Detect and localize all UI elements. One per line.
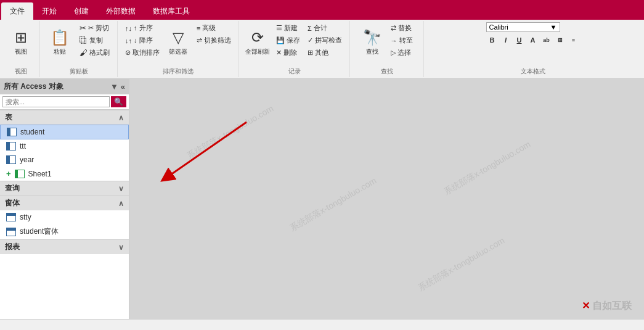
item-label: student窗体 (20, 226, 59, 237)
list-item[interactable]: ttt (0, 139, 129, 153)
item-label: ttt (20, 142, 26, 151)
list-item[interactable]: + Sheet1 (0, 167, 129, 181)
filter-button[interactable]: ▽ 筛选器 (165, 22, 192, 63)
view-group-label: 视图 (2, 67, 39, 76)
ribbon: ⊞ 视图 视图 📋 粘贴 ✂ ✂ 剪切 ⿻ 复制 🖌 (0, 20, 644, 79)
arrow-annotation (148, 104, 271, 202)
tab-home[interactable]: 开始 (33, 2, 65, 20)
remove-sort-icon: ⊘ (125, 49, 131, 57)
content-area: 系统部落x-tongbuluo.com 系统部落x-tongbuluo.com … (129, 79, 644, 319)
table-icon (6, 155, 16, 164)
item-label: Sheet1 (28, 170, 52, 178)
table-icon (6, 142, 16, 151)
ascending-icon: ↑↓ (125, 25, 132, 32)
tab-file[interactable]: 文件 (1, 2, 33, 20)
grid-color-button[interactable]: ⊞ (554, 35, 566, 46)
goto-button[interactable]: → 转至 (388, 35, 415, 46)
tab-dbtools[interactable]: 数据库工具 (144, 2, 198, 20)
replace-button[interactable]: ⇄ 替换 (388, 22, 415, 34)
spell-button[interactable]: ✓ 拼写检查 (305, 35, 344, 46)
watermark: 系统部落x-tongbuluo.com (416, 235, 507, 294)
new-record-button[interactable]: ☰ 新建 (274, 22, 303, 34)
format-painter-button[interactable]: 🖌 格式刷 (77, 47, 112, 59)
queries-section-header[interactable]: 查询 ∨ (0, 181, 129, 196)
new-icon: ☰ (276, 24, 282, 32)
tables-section-header[interactable]: 表 ∧ (0, 110, 129, 125)
list-item[interactable]: year (0, 153, 129, 167)
reports-section-label: 报表 (5, 242, 20, 252)
align-button[interactable]: ≡ (568, 35, 580, 46)
cut-icon: ✂ (79, 23, 86, 33)
list-item[interactable]: stty (0, 210, 129, 224)
textformat-group-label: 文本格式 (424, 67, 642, 76)
find-button[interactable]: 🔭 查找 (359, 22, 386, 63)
select-icon: ▷ (391, 49, 396, 57)
list-item[interactable]: student窗体 (0, 224, 129, 239)
ribbon-group-textformat: Calibri ▼ B I U A ab ⊞ ≡ 文本格式 (424, 21, 642, 77)
toggle-filter-button[interactable]: ⇌ 切换筛选 (194, 35, 234, 46)
more-icon: ⊞ (308, 49, 313, 57)
forms-section-label: 窗体 (5, 198, 20, 208)
queries-section-label: 查询 (5, 183, 20, 194)
reports-section-header[interactable]: 报表 ∨ (0, 239, 129, 254)
save-record-button[interactable]: 💾 保存 (274, 35, 303, 46)
sidebar-title: 所有 Access 对象 (4, 81, 63, 92)
view-button[interactable]: ⊞ 视图 (7, 22, 35, 63)
reports-chevron-icon: ∨ (118, 243, 124, 252)
toggle-filter-icon: ⇌ (197, 36, 202, 44)
advanced-button[interactable]: ≡ 高级 (194, 22, 234, 34)
sidebar-header-icons: ▼ « (110, 82, 125, 91)
sum-icon: Σ (308, 25, 312, 32)
font-color-button[interactable]: A (527, 35, 539, 46)
binoculars-icon: 🔭 (363, 29, 381, 46)
descending-icon: ↓↑ (125, 37, 132, 44)
descending-button[interactable]: ↓↑ ↓ 降序 (123, 35, 162, 46)
linked-table-icon: + (6, 169, 11, 178)
tab-create[interactable]: 创建 (65, 2, 97, 20)
sidebar-collapse-icon[interactable]: « (121, 82, 125, 91)
svg-line-1 (166, 122, 247, 178)
forms-section-header[interactable]: 窗体 ∧ (0, 196, 129, 210)
sum-button[interactable]: Σ 合计 (305, 22, 344, 34)
paste-icon: 📋 (51, 29, 69, 46)
ribbon-group-sort: ↑↓ ↑ 升序 ↓↑ ↓ 降序 ⊘ 取消排序 ▽ 筛选器 ≡ 高 (118, 21, 239, 77)
bold-button[interactable]: B (486, 35, 499, 46)
sidebar: 所有 Access 对象 ▼ « 🔍 表 ∧ student (0, 79, 129, 319)
filter-icon: ▽ (173, 29, 184, 46)
watermark: 系统部落x-tongbuluo.com (288, 175, 378, 234)
delete-record-button[interactable]: ✕ 删除 (274, 47, 303, 59)
tab-external[interactable]: 外部数据 (97, 2, 144, 20)
select-button[interactable]: ▷ 选择 (388, 47, 415, 59)
ribbon-group-records: ⟳ 全部刷新 ☰ 新建 💾 保存 ✕ 删除 Σ (239, 21, 350, 77)
item-label: stty (20, 213, 31, 221)
table-icon (7, 128, 17, 136)
refresh-button[interactable]: ⟳ 全部刷新 (244, 22, 271, 63)
forms-chevron-icon: ∧ (118, 199, 124, 208)
list-item[interactable]: student (0, 125, 129, 139)
font-dropdown[interactable]: Calibri ▼ (486, 22, 560, 32)
logo-watermark: ✕ 自如互联 (582, 300, 632, 313)
highlight-button[interactable]: ab (540, 35, 553, 46)
sidebar-menu-icon[interactable]: ▼ (110, 82, 118, 91)
item-label: year (20, 155, 34, 164)
search-button[interactable]: 🔍 (111, 96, 126, 107)
ascending-button[interactable]: ↑↓ ↑ 升序 (123, 22, 162, 34)
status-bar (0, 319, 644, 330)
ribbon-group-view: ⊞ 视图 视图 (2, 21, 40, 77)
more-button[interactable]: ⊞ 其他 (305, 47, 344, 59)
save-icon: 💾 (276, 36, 285, 44)
search-input[interactable] (2, 96, 110, 107)
tables-section-label: 表 (5, 112, 12, 123)
find-group-label: 查找 (350, 67, 423, 76)
tables-chevron-icon: ∧ (118, 113, 124, 122)
copy-button[interactable]: ⿻ 复制 (77, 35, 112, 46)
cut-button[interactable]: ✂ ✂ 剪切 (77, 22, 112, 34)
item-label: student (20, 128, 44, 136)
form-icon (6, 228, 16, 236)
remove-sort-button[interactable]: ⊘ 取消排序 (123, 47, 162, 59)
underline-button[interactable]: U (513, 35, 526, 46)
refresh-icon: ⟳ (251, 29, 264, 46)
sidebar-search-container: 🔍 (0, 94, 129, 110)
paste-button[interactable]: 📋 粘贴 (45, 22, 75, 63)
italic-button[interactable]: I (500, 35, 512, 46)
